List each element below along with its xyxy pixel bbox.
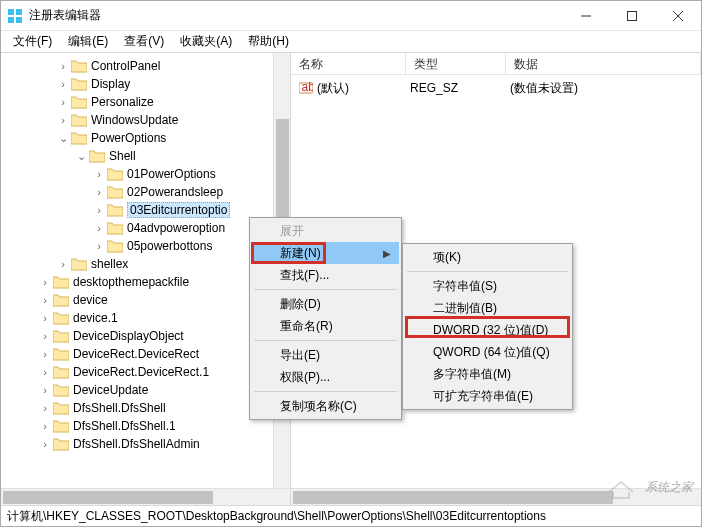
context-menu: 展开新建(N)▶查找(F)...删除(D)重命名(R)导出(E)权限(P)...… — [249, 217, 402, 420]
status-path: 计算机\HKEY_CLASSES_ROOT\DesktopBackground\… — [7, 508, 546, 525]
tree-toggle-icon[interactable]: ⌄ — [75, 150, 87, 163]
folder-icon — [89, 149, 105, 163]
tree-toggle-icon[interactable]: › — [39, 330, 51, 342]
tree-node-label: device — [73, 293, 108, 307]
tree-toggle-icon[interactable]: › — [39, 420, 51, 432]
tree-toggle-icon[interactable]: › — [39, 366, 51, 378]
tree-toggle-icon[interactable]: › — [39, 438, 51, 450]
tree-node-label: Shell — [109, 149, 136, 163]
tree-node-label: 03Editcurrentoptio — [127, 202, 230, 218]
scrollbar-thumb[interactable] — [293, 491, 613, 504]
tree-node[interactable]: ›01PowerOptions — [3, 165, 290, 183]
folder-icon — [71, 59, 87, 73]
tree-node[interactable]: ⌄PowerOptions — [3, 129, 290, 147]
tree-node[interactable]: ›04advpoweroption — [3, 219, 290, 237]
tree-toggle-icon[interactable]: › — [57, 114, 69, 126]
tree-node[interactable]: ›DeviceDisplayObject — [3, 327, 290, 345]
context-menu-item[interactable]: 二进制值(B) — [405, 297, 570, 319]
tree-toggle-icon[interactable]: › — [93, 186, 105, 198]
context-menu-item[interactable]: 重命名(R) — [252, 315, 399, 337]
tree-toggle-icon[interactable]: › — [39, 384, 51, 396]
column-name[interactable]: 名称 — [291, 53, 406, 74]
close-button[interactable] — [655, 1, 701, 31]
list-row[interactable]: ab (默认) REG_SZ (数值未设置) — [291, 79, 701, 97]
tree-node[interactable]: ›DeviceUpdate — [3, 381, 290, 399]
tree-node-label: DeviceUpdate — [73, 383, 148, 397]
tree-toggle-icon[interactable]: › — [57, 78, 69, 90]
scrollbar-thumb[interactable] — [3, 491, 213, 504]
folder-icon — [71, 77, 87, 91]
tree-toggle-icon[interactable]: › — [39, 402, 51, 414]
tree-node[interactable]: ›Personalize — [3, 93, 290, 111]
context-menu-item[interactable]: 复制项名称(C) — [252, 395, 399, 417]
column-data[interactable]: 数据 — [506, 53, 701, 74]
tree-node[interactable]: ›shellex — [3, 255, 290, 273]
registry-tree[interactable]: ›ControlPanel›Display›Personalize›Window… — [1, 53, 290, 457]
context-menu-item[interactable]: 多字符串值(M) — [405, 363, 570, 385]
context-menu-item[interactable]: 删除(D) — [252, 293, 399, 315]
window-title: 注册表编辑器 — [29, 7, 563, 24]
tree-node[interactable]: ›DfsShell.DfsShell — [3, 399, 290, 417]
value-data: (数值未设置) — [510, 80, 578, 97]
list-horizontal-scrollbar[interactable] — [291, 488, 701, 505]
tree-node-label: DeviceRect.DeviceRect.1 — [73, 365, 209, 379]
context-menu-item[interactable]: 新建(N)▶ — [252, 242, 399, 264]
tree-toggle-icon[interactable]: › — [57, 60, 69, 72]
tree-toggle-icon[interactable]: › — [57, 96, 69, 108]
tree-toggle-icon[interactable]: › — [93, 240, 105, 252]
tree-node[interactable]: ›device — [3, 291, 290, 309]
tree-node[interactable]: ›03Editcurrentoptio — [3, 201, 290, 219]
menu-favorites[interactable]: 收藏夹(A) — [172, 31, 240, 52]
context-menu-item[interactable]: 字符串值(S) — [405, 275, 570, 297]
context-menu-item[interactable]: 项(K) — [405, 246, 570, 268]
tree-node[interactable]: ›DeviceRect.DeviceRect — [3, 345, 290, 363]
tree-node[interactable]: ›DfsShell.DfsShellAdmin — [3, 435, 290, 453]
menu-help[interactable]: 帮助(H) — [240, 31, 297, 52]
submenu-arrow-icon: ▶ — [383, 248, 391, 259]
tree-node[interactable]: ›ControlPanel — [3, 57, 290, 75]
tree-toggle-icon[interactable]: › — [93, 204, 105, 216]
context-menu-item[interactable]: QWORD (64 位)值(Q) — [405, 341, 570, 363]
tree-toggle-icon[interactable]: › — [93, 168, 105, 180]
tree-node[interactable]: ›DfsShell.DfsShell.1 — [3, 417, 290, 435]
tree-toggle-icon[interactable]: › — [39, 276, 51, 288]
tree-node-label: ControlPanel — [91, 59, 160, 73]
svg-rect-1 — [16, 9, 22, 15]
context-menu-item[interactable]: 可扩充字符串值(E) — [405, 385, 570, 407]
context-menu-item[interactable]: 权限(P)... — [252, 366, 399, 388]
folder-icon — [53, 275, 69, 289]
tree-node[interactable]: ›DeviceRect.DeviceRect.1 — [3, 363, 290, 381]
menu-file[interactable]: 文件(F) — [5, 31, 60, 52]
tree-node-label: device.1 — [73, 311, 118, 325]
tree-horizontal-scrollbar[interactable] — [1, 488, 290, 505]
context-menu-item[interactable]: 导出(E) — [252, 344, 399, 366]
tree-toggle-icon[interactable]: › — [39, 312, 51, 324]
tree-toggle-icon[interactable]: › — [57, 258, 69, 270]
context-menu-item[interactable]: 查找(F)... — [252, 264, 399, 286]
tree-node[interactable]: ›02Powerandsleep — [3, 183, 290, 201]
maximize-button[interactable] — [609, 1, 655, 31]
tree-node[interactable]: ›device.1 — [3, 309, 290, 327]
tree-toggle-icon[interactable]: ⌄ — [57, 132, 69, 145]
tree-node-label: shellex — [91, 257, 128, 271]
tree-node[interactable]: ›desktopthemepackfile — [3, 273, 290, 291]
folder-icon — [107, 221, 123, 235]
menu-edit[interactable]: 编辑(E) — [60, 31, 116, 52]
menu-view[interactable]: 查看(V) — [116, 31, 172, 52]
tree-toggle-icon[interactable]: › — [39, 348, 51, 360]
tree-toggle-icon[interactable]: › — [93, 222, 105, 234]
tree-node-label: PowerOptions — [91, 131, 166, 145]
context-menu-item[interactable]: DWORD (32 位)值(D) — [405, 319, 570, 341]
tree-node[interactable]: ›WindowsUpdate — [3, 111, 290, 129]
svg-rect-0 — [8, 9, 14, 15]
tree-node[interactable]: ⌄Shell — [3, 147, 290, 165]
tree-node[interactable]: ›05powerbottons — [3, 237, 290, 255]
minimize-button[interactable] — [563, 1, 609, 31]
list-body[interactable]: ab (默认) REG_SZ (数值未设置) — [291, 75, 701, 101]
tree-node[interactable]: ›Display — [3, 75, 290, 93]
tree-node-label: DfsShell.DfsShellAdmin — [73, 437, 200, 451]
tree-toggle-icon[interactable]: › — [39, 294, 51, 306]
tree-node-label: DfsShell.DfsShell.1 — [73, 419, 176, 433]
value-name: (默认) — [317, 80, 410, 97]
column-type[interactable]: 类型 — [406, 53, 506, 74]
